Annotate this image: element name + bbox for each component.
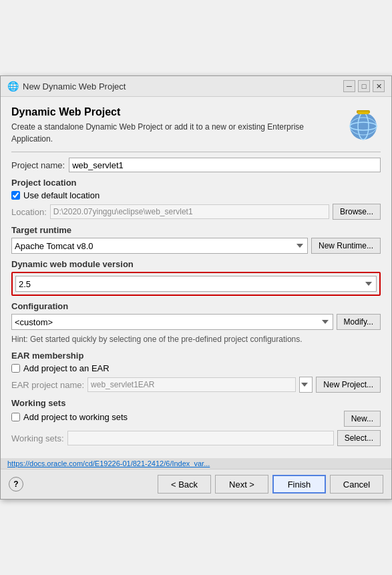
title-bar: 🌐 New Dynamic Web Project ─ □ ✕ <box>1 76 391 97</box>
footer: ? < Back Next > Finish Cancel <box>1 469 391 499</box>
hint-text: Hint: Get started quickly by selecting o… <box>11 333 381 345</box>
main-content: Dynamic Web Project Create a standalone … <box>1 97 391 458</box>
ear-project-name-row: EAR project name: New Project... <box>11 377 381 393</box>
next-button[interactable]: Next > <box>215 475 268 494</box>
add-to-working-sets-row: Add project to working sets <box>11 412 128 422</box>
project-location-title: Project location <box>11 178 381 188</box>
working-sets-section: Working sets Add project to working sets… <box>11 398 381 446</box>
title-bar-left: 🌐 New Dynamic Web Project <box>7 81 126 91</box>
project-name-section: Project name: <box>11 158 381 172</box>
configuration-row: <custom> Modify... <box>11 314 381 330</box>
project-name-input[interactable] <box>69 158 381 172</box>
ear-membership-section: EAR membership Add project to an EAR EAR… <box>11 351 381 393</box>
header-separator <box>11 152 381 152</box>
add-to-working-sets-label: Add project to working sets <box>23 412 128 422</box>
target-runtime-section: Target runtime Apache Tomcat v8.0 New Ru… <box>11 225 381 254</box>
close-button[interactable]: ✕ <box>373 80 385 92</box>
dynamic-web-module-title: Dynamic web module version <box>11 259 381 269</box>
version-section: 2.5 <box>11 272 381 296</box>
add-to-ear-row: Add project to an EAR <box>11 363 381 373</box>
window-title: New Dynamic Web Project <box>23 81 126 91</box>
working-sets-label: Working sets: <box>11 433 64 443</box>
svg-point-0 <box>350 113 377 140</box>
page-title: Dynamic Web Project <box>11 106 305 118</box>
location-input <box>50 204 329 219</box>
header-text: Dynamic Web Project Create a standalone … <box>11 106 305 145</box>
add-to-ear-label: Add project to an EAR <box>23 363 110 373</box>
minimize-button[interactable]: ─ <box>343 80 355 92</box>
new-working-set-button[interactable]: New... <box>344 411 381 427</box>
configuration-title: Configuration <box>11 301 381 311</box>
dynamic-web-module-section: Dynamic web module version 2.5 <box>11 259 381 296</box>
globe-icon <box>346 106 381 141</box>
footer-left: ? <box>9 477 23 492</box>
select-button[interactable]: Select... <box>337 430 381 446</box>
project-name-label: Project name: <box>11 160 65 170</box>
add-to-working-sets-checkbox[interactable] <box>11 413 20 421</box>
target-runtime-title: Target runtime <box>11 225 381 235</box>
main-window: 🌐 New Dynamic Web Project ─ □ ✕ Dynamic … <box>0 75 392 500</box>
footer-buttons: < Back Next > Finish Cancel <box>158 475 383 494</box>
working-sets-input <box>67 431 334 445</box>
finish-button[interactable]: Finish <box>272 475 326 494</box>
configuration-dropdown[interactable]: <custom> <box>11 314 333 330</box>
configuration-section: Configuration <custom> Modify... Hint: G… <box>11 301 381 345</box>
maximize-button[interactable]: □ <box>358 80 370 92</box>
working-sets-title: Working sets <box>11 398 381 408</box>
link-bar: https://docs.oracle.com/cd/E19226-01/821… <box>1 458 391 469</box>
location-label: Location: <box>11 207 47 217</box>
bottom-link[interactable]: https://docs.oracle.com/cd/E19226-01/821… <box>7 459 210 467</box>
version-dropdown[interactable]: 2.5 <box>15 276 377 292</box>
header-section: Dynamic Web Project Create a standalone … <box>11 106 381 145</box>
add-to-ear-checkbox[interactable] <box>11 364 20 373</box>
location-row: Location: Browse... <box>11 204 381 220</box>
ear-dropdown[interactable] <box>299 377 313 393</box>
use-default-location-checkbox[interactable] <box>11 191 20 200</box>
cancel-button[interactable]: Cancel <box>330 475 383 494</box>
help-button[interactable]: ? <box>9 477 23 492</box>
new-project-button[interactable]: New Project... <box>316 377 381 393</box>
target-runtime-row: Apache Tomcat v8.0 New Runtime... <box>11 238 381 254</box>
use-default-location-row: Use default location <box>11 190 381 200</box>
page-description: Create a standalone Dynamic Web Project … <box>11 121 305 145</box>
project-name-row: Project name: <box>11 158 381 172</box>
title-bar-controls: ─ □ ✕ <box>343 80 385 92</box>
modify-button[interactable]: Modify... <box>337 314 381 330</box>
working-sets-row: Working sets: Select... <box>11 430 381 446</box>
project-location-section: Project location Use default location Lo… <box>11 178 381 220</box>
svg-rect-5 <box>358 112 369 114</box>
ear-project-name-input <box>87 377 296 392</box>
use-default-location-label: Use default location <box>23 190 100 200</box>
ear-membership-title: EAR membership <box>11 351 381 361</box>
window-icon: 🌐 <box>7 81 19 91</box>
target-runtime-dropdown[interactable]: Apache Tomcat v8.0 <box>11 238 308 254</box>
new-runtime-button[interactable]: New Runtime... <box>311 238 381 254</box>
browse-button[interactable]: Browse... <box>333 204 381 220</box>
ear-project-name-label: EAR project name: <box>11 380 84 390</box>
back-button[interactable]: < Back <box>158 475 211 494</box>
